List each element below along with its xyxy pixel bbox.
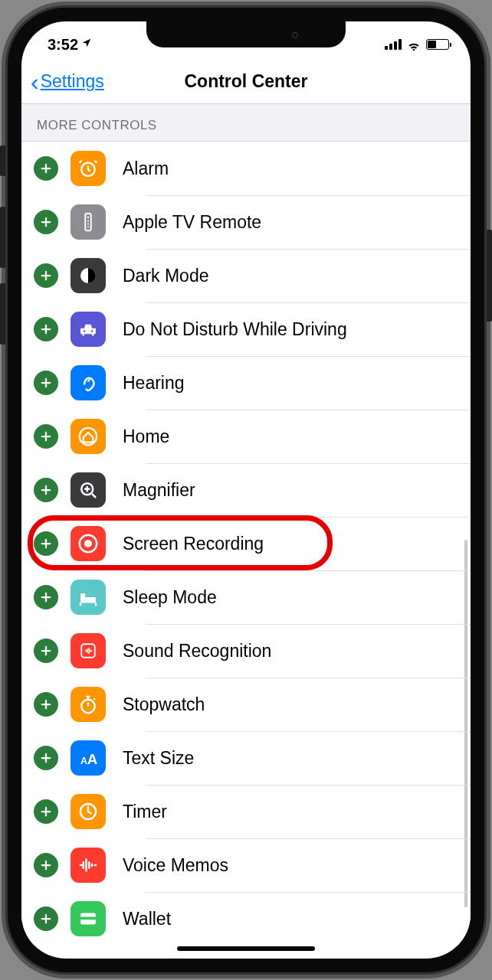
control-label: Text Size — [123, 748, 194, 769]
cellular-signal-icon — [385, 39, 402, 50]
add-button[interactable] — [34, 263, 58, 288]
magnifier-icon — [71, 472, 106, 508]
add-button[interactable] — [34, 210, 58, 234]
control-row-home[interactable]: Home — [21, 410, 471, 463]
wallet-icon — [71, 901, 106, 936]
back-label: Settings — [41, 71, 104, 92]
controls-list: AlarmApple TV RemoteDark ModeDo Not Dist… — [21, 142, 471, 946]
sleep-icon — [71, 580, 106, 615]
status-left: 3:52 — [48, 36, 92, 54]
add-button[interactable] — [34, 799, 58, 824]
control-row-sound[interactable]: Sound Recognition — [21, 624, 471, 678]
voicememos-icon — [71, 848, 106, 883]
add-button[interactable] — [34, 585, 58, 609]
add-button[interactable] — [34, 639, 58, 663]
add-button[interactable] — [34, 156, 58, 181]
control-label: Timer — [123, 802, 167, 822]
control-row-voicememos[interactable]: Voice Memos — [21, 838, 471, 892]
hearing-icon — [71, 365, 106, 400]
add-button[interactable] — [34, 853, 58, 877]
svg-point-8 — [91, 330, 93, 332]
back-button[interactable]: ‹ Settings — [31, 70, 104, 94]
control-row-alarm[interactable]: Alarm — [21, 142, 471, 195]
svg-point-5 — [87, 226, 89, 227]
nav-bar: ‹ Settings Control Center — [21, 60, 471, 104]
control-label: Hearing — [123, 373, 185, 394]
svg-rect-16 — [95, 603, 97, 606]
add-button[interactable] — [34, 531, 58, 556]
add-button[interactable] — [34, 478, 58, 502]
svg-text:A: A — [87, 751, 98, 767]
control-label: Wallet — [123, 909, 171, 929]
control-label: Stopwatch — [123, 694, 205, 715]
add-button[interactable] — [34, 692, 58, 717]
add-button[interactable] — [34, 371, 58, 395]
svg-rect-15 — [80, 603, 82, 606]
section-header: MORE CONTROLS — [21, 104, 471, 142]
alarm-icon — [71, 151, 106, 186]
control-label: Sound Recognition — [123, 641, 271, 662]
control-label: Voice Memos — [123, 855, 228, 876]
control-row-hearing[interactable]: Hearing — [21, 356, 471, 410]
control-label: Dark Mode — [123, 266, 208, 286]
svg-point-2 — [87, 217, 90, 219]
svg-rect-17 — [81, 644, 95, 658]
control-label: Screen Recording — [123, 534, 264, 554]
wifi-icon — [406, 38, 421, 51]
svg-rect-1 — [85, 214, 91, 231]
control-label: Sleep Mode — [123, 587, 217, 608]
chevron-left-icon: ‹ — [31, 70, 39, 94]
svg-point-12 — [84, 540, 92, 547]
control-row-magnifier[interactable]: Magnifier — [21, 463, 471, 517]
location-arrow-icon — [81, 38, 92, 51]
dnd-icon — [71, 312, 106, 347]
control-row-stopwatch[interactable]: Stopwatch — [21, 678, 471, 731]
add-button[interactable] — [34, 424, 58, 449]
control-row-sleep[interactable]: Sleep Mode — [21, 570, 471, 624]
add-button[interactable] — [34, 746, 58, 770]
phone-frame: 3:52 ‹ Settings Control Center MORE CONT… — [8, 8, 484, 972]
control-row-darkmode[interactable]: Dark Mode — [21, 249, 471, 302]
control-row-tvremote[interactable]: Apple TV Remote — [21, 195, 471, 249]
svg-point-4 — [87, 224, 89, 225]
control-label: Alarm — [123, 158, 169, 179]
stopwatch-icon — [71, 687, 106, 722]
control-label: Apple TV Remote — [123, 212, 261, 233]
notch — [146, 21, 346, 47]
home-indicator[interactable] — [177, 946, 315, 951]
control-row-wallet[interactable]: Wallet — [21, 892, 471, 946]
sound-icon — [71, 633, 106, 668]
control-row-timer[interactable]: Timer — [21, 785, 471, 838]
volume-down-button — [0, 283, 5, 345]
svg-rect-13 — [80, 597, 96, 603]
control-label: Home — [123, 426, 169, 447]
add-button[interactable] — [34, 317, 58, 341]
screen: 3:52 ‹ Settings Control Center MORE CONT… — [21, 21, 471, 959]
page-title: Control Center — [185, 71, 308, 92]
timer-icon — [71, 794, 106, 829]
svg-rect-14 — [80, 593, 85, 597]
control-row-dnd[interactable]: Do Not Disturb While Driving — [21, 302, 471, 356]
home-icon — [71, 419, 106, 454]
control-row-textsize[interactable]: AAText Size — [21, 731, 471, 785]
mute-switch — [0, 145, 5, 176]
screenrec-icon — [71, 526, 106, 561]
svg-point-7 — [84, 330, 86, 332]
control-row-screenrec[interactable]: Screen Recording — [21, 517, 471, 570]
control-label: Magnifier — [123, 480, 195, 501]
control-label: Do Not Disturb While Driving — [123, 319, 347, 340]
tvremote-icon — [71, 204, 106, 240]
darkmode-icon — [71, 258, 106, 293]
add-button[interactable] — [34, 906, 58, 931]
svg-rect-23 — [80, 917, 96, 920]
battery-icon — [426, 39, 449, 50]
textsize-icon: AA — [71, 740, 106, 776]
power-button — [487, 230, 492, 322]
status-time: 3:52 — [48, 36, 78, 54]
status-right — [385, 38, 449, 51]
svg-text:A: A — [80, 756, 87, 766]
svg-point-3 — [87, 220, 89, 222]
volume-up-button — [0, 207, 5, 268]
